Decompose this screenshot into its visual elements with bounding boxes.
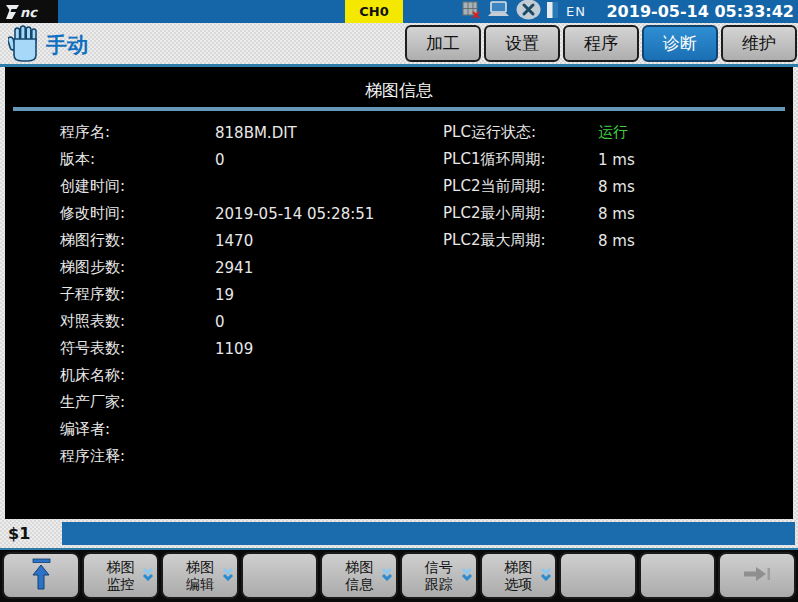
language-indicator[interactable]: EN bbox=[566, 4, 586, 19]
info-row-compiler: 编译者: bbox=[60, 416, 430, 443]
mode-label: 手动 bbox=[46, 31, 88, 59]
field-label: 梯图行数: bbox=[60, 231, 215, 250]
field-value: 2941 bbox=[215, 259, 430, 277]
field-label: 生产厂家: bbox=[60, 393, 215, 412]
field-label: PLC2最大周期: bbox=[443, 231, 598, 250]
field-label: 程序名: bbox=[60, 123, 215, 142]
softkey-ladder-info[interactable]: 梯图 信息 bbox=[320, 552, 398, 599]
field-label: 版本: bbox=[60, 150, 215, 169]
tab-diagnosis[interactable]: 诊断 bbox=[642, 25, 718, 62]
field-label: PLC运行状态: bbox=[443, 123, 598, 142]
info-row-plc2-min-cycle: PLC2最小周期: 8 ms bbox=[443, 200, 783, 227]
field-value: 8 ms bbox=[598, 232, 783, 250]
datetime-display: 2019-05-14 05:33:42 bbox=[606, 0, 794, 23]
field-label: 修改时间: bbox=[60, 204, 215, 223]
softkey-label: 梯图 bbox=[106, 559, 134, 576]
plc-status-column: PLC运行状态: 运行 PLC1循环周期: 1 ms PLC2当前周期: 8 m… bbox=[443, 119, 783, 254]
info-row-version: 版本: 0 bbox=[60, 146, 430, 173]
field-value: 1470 bbox=[215, 232, 430, 250]
info-row-plc2-max-cycle: PLC2最大周期: 8 ms bbox=[443, 227, 783, 254]
tab-program[interactable]: 程序 bbox=[563, 25, 639, 62]
field-label: 子程序数: bbox=[60, 285, 215, 304]
info-row-modified-time: 修改时间: 2019-05-14 05:28:51 bbox=[60, 200, 430, 227]
field-label: 机床名称: bbox=[60, 366, 215, 385]
softkey-empty-3[interactable] bbox=[639, 552, 717, 599]
softkey-label: 梯图 bbox=[504, 559, 532, 576]
info-row-program-name: 程序名: 818BM.DIT bbox=[60, 119, 430, 146]
info-row-plc2-current-cycle: PLC2当前周期: 8 ms bbox=[443, 173, 783, 200]
softkey-label: 选项 bbox=[504, 576, 532, 593]
tab-machining[interactable]: 加工 bbox=[405, 25, 481, 62]
field-value: 2019-05-14 05:28:51 bbox=[215, 205, 430, 223]
info-row-ladder-rows: 梯图行数: 1470 bbox=[60, 227, 430, 254]
softkey-label: 编辑 bbox=[186, 576, 214, 593]
chevron-down-icon bbox=[381, 567, 393, 585]
info-row-program-comment: 程序注释: bbox=[60, 443, 430, 470]
title-underline bbox=[13, 107, 785, 111]
info-row-subprograms: 子程序数: 19 bbox=[60, 281, 430, 308]
info-row-ladder-steps: 梯图步数: 2941 bbox=[60, 254, 430, 281]
info-row-created-time: 创建时间: bbox=[60, 173, 430, 200]
field-value: 0 bbox=[215, 151, 430, 169]
ladder-info-panel: 梯图信息 程序名: 818BM.DIT 版本: 0 创建时间: 修改时间: 20… bbox=[5, 67, 793, 519]
field-label: PLC1循环周期: bbox=[443, 150, 598, 169]
field-value: 1109 bbox=[215, 340, 430, 358]
ime-icon bbox=[547, 2, 558, 22]
mode-bar: 手动 加工 设置 程序 诊断 维护 bbox=[0, 23, 798, 64]
field-value: 19 bbox=[215, 286, 430, 304]
field-value: 0 bbox=[215, 313, 430, 331]
softkey-ladder-monitor[interactable]: 梯图 监控 bbox=[82, 552, 160, 599]
chevron-down-icon bbox=[142, 567, 154, 585]
next-page-icon bbox=[741, 564, 773, 588]
softkey-next-page[interactable] bbox=[718, 552, 796, 599]
field-value: 818BM.DIT bbox=[215, 124, 430, 142]
field-value: 1 ms bbox=[598, 151, 783, 169]
softkey-label: 梯图 bbox=[345, 559, 373, 576]
page-title: 梯图信息 bbox=[5, 79, 793, 102]
laptop-icon bbox=[487, 1, 510, 22]
softkey-label: 信号 bbox=[425, 559, 453, 576]
channel-prompt: $1 bbox=[8, 524, 30, 543]
cnc-screen: nc CH0 bbox=[0, 0, 798, 602]
softkey-empty-2[interactable] bbox=[559, 552, 637, 599]
field-label: 创建时间: bbox=[60, 177, 215, 196]
topbar-icons: EN bbox=[462, 0, 586, 23]
ladder-info-left-column: 程序名: 818BM.DIT 版本: 0 创建时间: 修改时间: 2019-05… bbox=[60, 119, 430, 470]
softkey-label: 信息 bbox=[345, 576, 373, 593]
field-value: 8 ms bbox=[598, 205, 783, 223]
chevron-down-icon bbox=[222, 567, 234, 585]
tab-settings[interactable]: 设置 bbox=[484, 25, 560, 62]
field-label: 程序注释: bbox=[60, 447, 215, 466]
top-status-bar: nc CH0 bbox=[0, 0, 798, 23]
channel-badge: CH0 bbox=[345, 0, 403, 23]
field-label: 对照表数: bbox=[60, 312, 215, 331]
softkey-ladder-options[interactable]: 梯图 选项 bbox=[480, 552, 558, 599]
softkey-return[interactable] bbox=[2, 552, 80, 599]
field-value: 8 ms bbox=[598, 178, 783, 196]
softkey-empty-1[interactable] bbox=[241, 552, 319, 599]
hnc-logo: nc bbox=[0, 0, 58, 23]
info-row-symbol-tables: 符号表数: 1109 bbox=[60, 335, 430, 362]
chevron-down-icon bbox=[461, 567, 473, 585]
info-row-machine-name: 机床名称: bbox=[60, 362, 430, 389]
softkey-label: 跟踪 bbox=[425, 576, 453, 593]
field-label: PLC2最小周期: bbox=[443, 204, 598, 223]
command-input[interactable] bbox=[62, 522, 795, 545]
device-offline-icon bbox=[462, 1, 481, 23]
svg-text:nc: nc bbox=[20, 5, 38, 20]
info-row-lookup-tables: 对照表数: 0 bbox=[60, 308, 430, 335]
softkey-ladder-edit[interactable]: 梯图 编辑 bbox=[161, 552, 239, 599]
softkey-signal-trace[interactable]: 信号 跟踪 bbox=[400, 552, 478, 599]
info-row-plc1-cycle: PLC1循环周期: 1 ms bbox=[443, 146, 783, 173]
info-row-manufacturer: 生产厂家: bbox=[60, 389, 430, 416]
info-row-plc-run-status: PLC运行状态: 运行 bbox=[443, 119, 783, 146]
field-label: PLC2当前周期: bbox=[443, 177, 598, 196]
plc-status-value: 运行 bbox=[598, 123, 783, 142]
chevron-down-icon bbox=[540, 567, 552, 585]
softkey-bar: 梯图 监控 梯图 编辑 梯图 信息 bbox=[0, 548, 798, 602]
disconnect-icon[interactable] bbox=[516, 0, 541, 24]
main-tabs: 加工 设置 程序 诊断 维护 bbox=[405, 25, 797, 62]
tab-maintenance[interactable]: 维护 bbox=[721, 25, 797, 62]
command-bar: $1 bbox=[0, 519, 798, 548]
field-label: 编译者: bbox=[60, 420, 215, 439]
